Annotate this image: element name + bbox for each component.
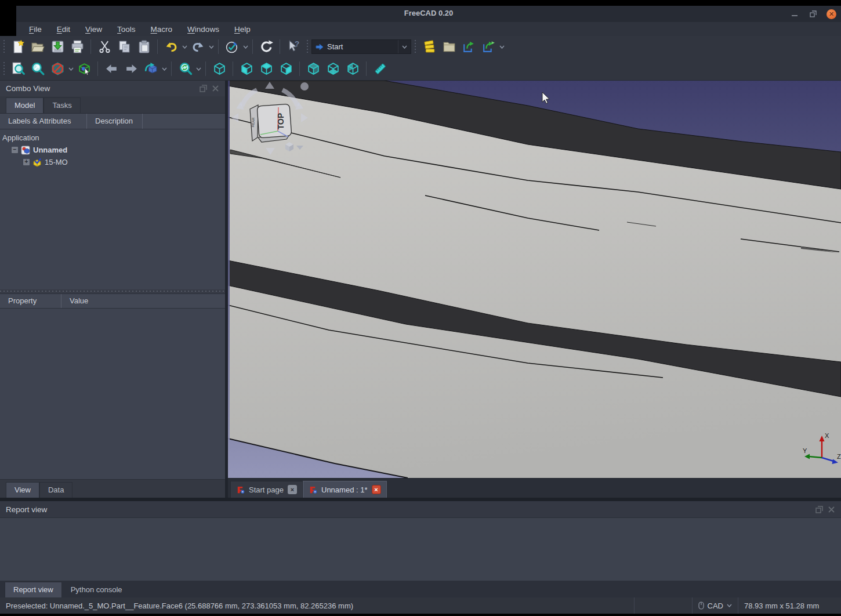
navigation-cube[interactable]: TOP REAR	[228, 81, 309, 173]
model-tree[interactable]: Application − Unnamed + 15-MO	[0, 129, 225, 289]
navcube-rotate-ccw[interactable]	[242, 90, 257, 106]
toolbar-drag-handle[interactable]	[3, 62, 5, 76]
tab-model[interactable]: Model	[6, 97, 44, 113]
report-view-content[interactable]	[0, 517, 841, 581]
workbench-selector[interactable]: Start	[311, 39, 411, 54]
undo-button[interactable]	[161, 38, 181, 56]
viewport-canvas[interactable]: X Y Z	[228, 81, 841, 478]
expand-expander[interactable]: +	[23, 159, 30, 165]
undo-dropdown[interactable]	[181, 39, 188, 55]
float-panel-icon[interactable]	[815, 506, 823, 513]
close-panel-icon[interactable]	[828, 506, 835, 513]
close-panel-icon[interactable]	[212, 85, 219, 92]
navcube-rotate-cw[interactable]	[282, 90, 298, 106]
menu-view[interactable]: View	[85, 25, 102, 34]
navigation-style-selector[interactable]: CAD	[692, 597, 738, 614]
menu-macro[interactable]: Macro	[151, 25, 173, 34]
front-view-button[interactable]	[237, 60, 256, 78]
navigation-dropdown[interactable]	[161, 61, 168, 77]
zoom-dropdown[interactable]	[195, 61, 202, 77]
new-document-button[interactable]	[8, 38, 28, 56]
macro-dropdown[interactable]	[498, 39, 505, 55]
print-button[interactable]	[67, 38, 87, 56]
rear-view-button[interactable]	[303, 60, 323, 78]
minimize-button[interactable]	[789, 9, 800, 19]
close-tab-icon[interactable]: ×	[372, 485, 381, 494]
3d-viewport[interactable]: X Y Z	[228, 81, 841, 478]
fit-selection-button[interactable]	[28, 60, 48, 78]
refresh-button[interactable]	[256, 38, 276, 56]
menu-help[interactable]: Help	[234, 25, 251, 34]
close-button[interactable]: ✕	[826, 9, 836, 19]
toolbar-drag-handle[interactable]	[414, 40, 416, 54]
navigation-cube-button[interactable]	[141, 60, 161, 78]
titlebar: FreeCAD 0.20 ✕	[16, 6, 841, 22]
float-panel-icon[interactable]	[200, 85, 207, 92]
clipping-plane-button[interactable]	[48, 60, 67, 78]
macro-record-button[interactable]	[419, 38, 439, 56]
box-element-selection-button[interactable]	[74, 60, 94, 78]
tab-python-console[interactable]: Python console	[62, 582, 131, 597]
axonometric-cube-icon	[212, 61, 227, 76]
restore-button[interactable]	[808, 9, 818, 19]
tab-start-page[interactable]: Start page ×	[230, 481, 303, 498]
macro-open-button[interactable]	[439, 38, 459, 56]
axonometric-view-button[interactable]	[209, 60, 229, 78]
navcube-mini-cube[interactable]	[285, 142, 293, 151]
redo-dropdown[interactable]	[208, 39, 215, 55]
nav-forward-button[interactable]	[121, 60, 141, 78]
menu-tools[interactable]: Tools	[117, 25, 136, 34]
property-editor[interactable]	[0, 309, 225, 479]
paste-button[interactable]	[134, 38, 154, 56]
navcube-arrow-up[interactable]	[265, 82, 274, 89]
nav-back-button[interactable]	[102, 60, 121, 78]
collapse-expander[interactable]: −	[12, 147, 18, 153]
open-button[interactable]	[28, 38, 48, 56]
validate-dropdown[interactable]	[242, 39, 249, 55]
zoom-button[interactable]	[175, 60, 195, 78]
fit-all-button[interactable]	[8, 60, 28, 78]
close-tab-icon[interactable]: ×	[288, 485, 297, 494]
column-labels-attributes[interactable]: Labels & Attributes	[0, 114, 87, 129]
tree-item-document[interactable]: − Unnamed	[0, 144, 225, 156]
freecad-doc-icon	[236, 485, 245, 494]
save-button[interactable]	[48, 38, 67, 56]
navcube-arrow-down[interactable]	[266, 148, 275, 155]
menu-file[interactable]: File	[29, 25, 42, 34]
cut-button[interactable]	[95, 38, 114, 56]
navcube-menu-dot[interactable]	[300, 82, 309, 90]
navcube-cube[interactable]: TOP REAR	[250, 104, 292, 142]
validate-sketch-button[interactable]	[222, 38, 242, 56]
tab-data[interactable]: Data	[39, 482, 72, 498]
panel-splitter[interactable]	[0, 289, 225, 293]
tab-unnamed-document[interactable]: Unnamed : 1* ×	[303, 481, 387, 498]
navcube-arrow-left[interactable]	[231, 113, 238, 122]
menu-edit[interactable]: Edit	[57, 25, 70, 34]
tree-root-application[interactable]: Application	[0, 132, 225, 144]
toolbar-drag-handle[interactable]	[3, 40, 5, 54]
left-view-button[interactable]	[343, 60, 362, 78]
tab-report-view[interactable]: Report view	[5, 582, 62, 597]
macro-execute-editor-button[interactable]	[478, 38, 498, 56]
column-description[interactable]: Description	[87, 114, 143, 129]
right-view-button[interactable]	[276, 60, 296, 78]
bottom-view-button[interactable]	[323, 60, 343, 78]
clipping-dropdown[interactable]	[67, 61, 74, 77]
tab-view[interactable]: View	[6, 482, 39, 498]
whatsthis-button[interactable]: ?	[284, 38, 303, 56]
copy-button[interactable]	[114, 38, 134, 56]
macro-execute-button[interactable]	[459, 38, 478, 56]
report-view-title: Report view	[6, 505, 47, 514]
redo-button[interactable]	[188, 38, 208, 56]
tab-tasks[interactable]: Tasks	[44, 97, 80, 113]
tab-start-page-label: Start page	[249, 485, 284, 494]
measure-distance-button[interactable]	[370, 60, 390, 78]
toolbar-drag-handle[interactable]	[306, 40, 309, 54]
navcube-arrow-right[interactable]	[301, 113, 308, 122]
menu-windows[interactable]: Windows	[187, 25, 219, 34]
column-property[interactable]: Property	[0, 294, 61, 308]
column-value[interactable]: Value	[61, 294, 225, 308]
top-view-button[interactable]	[256, 60, 276, 78]
tree-item-part[interactable]: + 15-MO	[0, 156, 225, 168]
navcube-dropdown-arrow[interactable]	[296, 146, 303, 150]
